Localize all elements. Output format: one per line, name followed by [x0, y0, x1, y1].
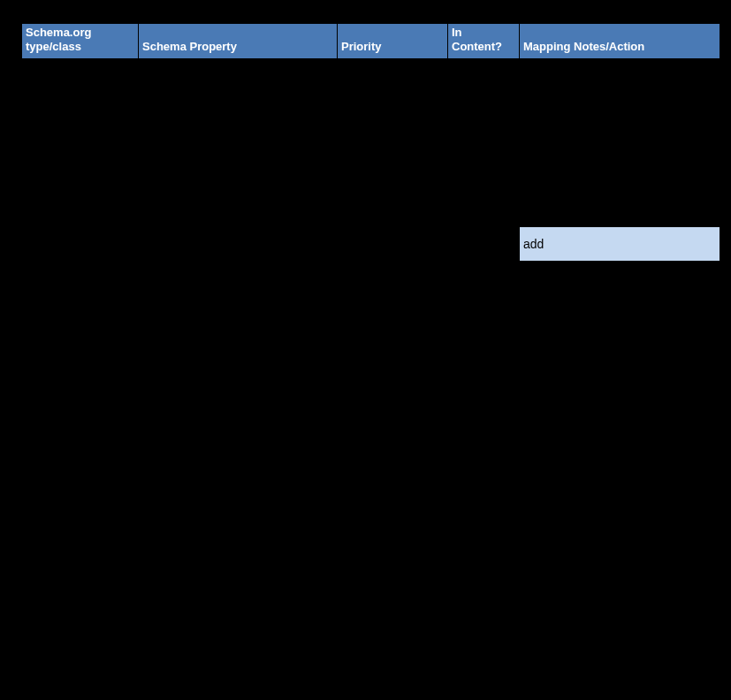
table-cell-inContent	[448, 378, 520, 395]
table-cell-property	[139, 395, 338, 412]
table-cell-mapping	[520, 126, 720, 142]
table-row	[22, 278, 720, 294]
table-row	[22, 193, 720, 209]
table-cell-property	[139, 209, 338, 226]
table-cell-priority	[338, 159, 448, 176]
table-row	[22, 261, 720, 278]
table-cell-priority	[338, 647, 448, 664]
table-cell-type	[22, 75, 139, 92]
table-cell-priority	[338, 496, 448, 513]
table-cell-property	[139, 546, 338, 563]
table-cell-inContent	[448, 664, 520, 681]
table-cell-type	[22, 311, 139, 328]
table-cell-inContent	[448, 193, 520, 209]
table-cell-priority	[338, 92, 448, 109]
table-cell-priority	[338, 597, 448, 613]
table-cell-mapping	[520, 429, 720, 445]
table-cell-type	[22, 209, 139, 226]
table-cell-priority	[338, 126, 448, 142]
table-cell-mapping	[520, 395, 720, 412]
table-cell-priority	[338, 529, 448, 546]
table-cell-property	[139, 109, 338, 126]
table-cell-type	[22, 529, 139, 546]
table-cell-type	[22, 226, 139, 261]
table-cell-inContent	[448, 462, 520, 479]
table-row	[22, 311, 720, 328]
header-schema-property: Schema Property	[139, 24, 338, 59]
table-row	[22, 513, 720, 529]
table-cell-type	[22, 294, 139, 311]
table-row	[22, 613, 720, 630]
table-cell-type	[22, 109, 139, 126]
table-cell-type	[22, 193, 139, 209]
table-cell-priority	[338, 58, 448, 75]
table-cell-inContent	[448, 311, 520, 328]
table-cell-inContent	[448, 529, 520, 546]
table-cell-inContent	[448, 328, 520, 345]
table-row	[22, 159, 720, 176]
table-row	[22, 361, 720, 378]
table-cell-type	[22, 278, 139, 294]
table-cell-property	[139, 613, 338, 630]
table-row	[22, 142, 720, 159]
table-cell-property	[139, 647, 338, 664]
table-cell-property	[139, 58, 338, 75]
table-cell-property	[139, 345, 338, 361]
table-cell-priority	[338, 546, 448, 563]
table-cell-priority	[338, 412, 448, 429]
table-cell-inContent	[448, 226, 520, 261]
table-cell-inContent	[448, 546, 520, 563]
table-cell-property	[139, 496, 338, 513]
table-cell-priority	[338, 294, 448, 311]
table-cell-property	[139, 261, 338, 278]
table-cell-type	[22, 429, 139, 445]
table-cell-mapping	[520, 361, 720, 378]
table-cell-property	[139, 681, 338, 697]
table-row	[22, 664, 720, 681]
table-cell-type	[22, 546, 139, 563]
table-cell-property	[139, 563, 338, 580]
table-cell-mapping	[520, 563, 720, 580]
table-cell-property	[139, 193, 338, 209]
table-cell-type	[22, 395, 139, 412]
schema-mapping-table: Schema.org type/class Schema Property Pr…	[21, 23, 720, 700]
table-cell-mapping	[520, 109, 720, 126]
table-cell-mapping	[520, 412, 720, 429]
table-cell-inContent	[448, 429, 520, 445]
table-cell-property	[139, 664, 338, 681]
table-cell-property	[139, 142, 338, 159]
table-cell-priority	[338, 563, 448, 580]
table-cell-property	[139, 429, 338, 445]
table-cell-property	[139, 176, 338, 193]
table-cell-mapping	[520, 261, 720, 278]
table-row	[22, 109, 720, 126]
table-cell-priority	[338, 681, 448, 697]
table-cell-inContent	[448, 294, 520, 311]
table-cell-mapping	[520, 92, 720, 109]
header-priority: Priority	[338, 24, 448, 59]
table-row	[22, 92, 720, 109]
table-cell-mapping	[520, 664, 720, 681]
table-row	[22, 328, 720, 345]
table-row	[22, 647, 720, 664]
table-cell-priority	[338, 630, 448, 647]
table-cell-mapping	[520, 378, 720, 395]
table-row	[22, 395, 720, 412]
table-cell-priority	[338, 395, 448, 412]
header-mapping-notes: Mapping Notes/Action	[520, 24, 720, 59]
header-in-content: In Content?	[448, 24, 520, 59]
table-cell-mapping	[520, 529, 720, 546]
table-cell-priority	[338, 445, 448, 462]
table-cell-type	[22, 647, 139, 664]
table-cell-type	[22, 479, 139, 496]
table-cell-inContent	[448, 126, 520, 142]
table-cell-type	[22, 563, 139, 580]
table-row	[22, 58, 720, 75]
table-cell-mapping	[520, 513, 720, 529]
table-header-row: Schema.org type/class Schema Property Pr…	[22, 24, 720, 59]
table-cell-mapping	[520, 580, 720, 597]
table-cell-property	[139, 294, 338, 311]
table-cell-type	[22, 597, 139, 613]
header-type-class: Schema.org type/class	[22, 24, 139, 59]
table-cell-priority	[338, 311, 448, 328]
